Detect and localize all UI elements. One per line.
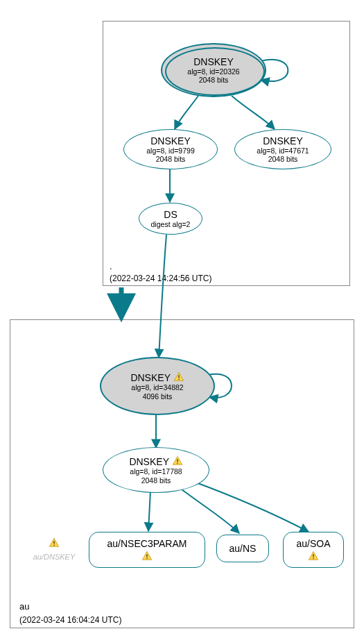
node-sub2: 2048 bits [268, 155, 298, 163]
node-title: DNSKEY [129, 455, 182, 467]
svg-rect-4 [146, 554, 147, 557]
svg-rect-3 [177, 463, 177, 464]
node-au-nsec3param[interactable]: au/NSEC3PARAM [89, 532, 205, 568]
zone-root-label: . [110, 261, 112, 271]
warning-icon [49, 537, 60, 548]
svg-rect-7 [313, 558, 313, 559]
node-sub2: 2048 bits [141, 476, 171, 485]
node-au-zsk[interactable]: DNSKEY alg=8, id=17788 2048 bits [103, 447, 209, 493]
node-root-zsk2[interactable]: DNSKEY alg=8, id=47671 2048 bits [234, 129, 331, 169]
node-root-ksk[interactable]: DNSKEY alg=8, id=20326 2048 bits [161, 43, 266, 97]
node-title: au/SOA [296, 538, 330, 549]
svg-rect-8 [53, 541, 54, 544]
warning-icon [141, 551, 153, 562]
node-au-ns[interactable]: au/NS [216, 535, 269, 562]
orphan-label: au/DNSKEY [33, 553, 76, 561]
node-title: au/NS [229, 543, 257, 554]
node-sub1: alg=8, id=9799 [146, 146, 194, 155]
warning-icon [172, 455, 183, 467]
svg-rect-6 [313, 554, 313, 557]
node-sub2: 2048 bits [156, 155, 186, 163]
node-title: au/NSEC3PARAM [107, 538, 187, 549]
node-sub1: alg=8, id=47671 [257, 146, 309, 155]
node-title: DNSKEY [150, 135, 191, 146]
warning-icon [308, 551, 319, 562]
node-sub1: alg=8, id=34882 [131, 383, 183, 392]
node-title: DS [164, 209, 177, 220]
svg-rect-1 [178, 379, 179, 380]
node-sub1: digest alg=2 [151, 220, 191, 228]
svg-rect-0 [178, 376, 179, 378]
node-root-ds[interactable]: DS digest alg=2 [139, 203, 202, 235]
zone-root-timestamp: (2022-03-24 14:24:56 UTC) [110, 274, 211, 283]
svg-rect-2 [177, 460, 177, 462]
orphan-au-dnskey[interactable]: au/DNSKEY [26, 537, 82, 562]
zone-au-timestamp: (2022-03-24 16:04:24 UTC) [19, 615, 121, 625]
node-title: DNSKEY [130, 371, 184, 383]
node-sub1: alg=8, id=17788 [130, 467, 182, 476]
zone-au-label: au [19, 601, 29, 612]
node-root-zsk1[interactable]: DNSKEY alg=8, id=9799 2048 bits [123, 129, 218, 169]
node-title: DNSKEY [263, 135, 303, 146]
node-au-soa[interactable]: au/SOA [283, 532, 344, 568]
node-sub2: 4096 bits [143, 392, 173, 401]
svg-rect-5 [146, 558, 147, 559]
warning-icon [173, 371, 184, 383]
svg-rect-9 [53, 545, 54, 546]
node-au-ksk[interactable]: DNSKEY alg=8, id=34882 4096 bits [100, 357, 215, 415]
